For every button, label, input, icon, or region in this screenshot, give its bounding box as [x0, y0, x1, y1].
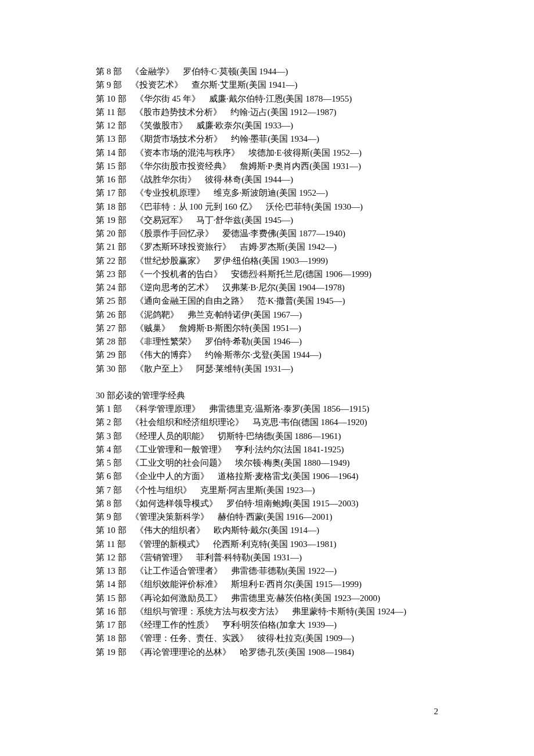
book-entry: 第 23 部 《一个投机者的告白》 安德烈·科斯托兰尼(德国 1906—1999…	[96, 268, 444, 281]
book-entry: 第 11 部 《管理的新模式》 伦西斯·利克特(美国 1903—1981)	[96, 538, 444, 551]
book-entry: 第 20 部 《股票作手回忆录》 爱德温·李费佛(美国 1877—1940)	[96, 227, 444, 240]
book-entry: 第 12 部 《营销管理》 菲利普·科特勒(美国 1931—)	[96, 551, 444, 564]
book-entry: 第 27 部 《贼巢》 詹姆斯·B·斯图尔特(美国 1951—)	[96, 322, 444, 335]
section-title: 30 部必读的管理学经典	[96, 389, 444, 402]
book-entry: 第 19 部 《再论管理理论的丛林》 哈罗德·孔茨(美国 1908—1984)	[96, 646, 444, 659]
book-entry: 第 10 部 《华尔街 45 年》 威廉·戴尔伯特·江恩(美国 1878—195…	[96, 92, 444, 106]
book-entry: 第 17 部 《经理工作的性质》 亨利·明茨伯格(加拿大 1939—)	[96, 618, 444, 632]
book-entry: 第 9 部 《投资艺术》 查尔斯·艾里斯(美国 1941—)	[96, 78, 444, 92]
book-entry: 第 25 部 《通向金融王国的自由之路》 范·K·撒普(美国 1945—)	[96, 294, 444, 308]
book-entry: 第 16 部 《组织与管理：系统方法与权变方法》 弗里蒙特·卡斯特(美国 192…	[96, 605, 444, 618]
book-entry: 第 17 部 《专业投机原理》 维克多·斯波朗迪(美国 1952—)	[96, 186, 444, 200]
book-entry: 第 14 部 《资本市场的混沌与秩序》 埃德加·E·彼得斯(美国 1952—)	[96, 146, 444, 160]
book-entry: 第 5 部 《工业文明的社会问题》 埃尔顿·梅奥(美国 1880—1949)	[96, 456, 444, 470]
book-entry: 第 18 部 《巴菲特：从 100 元到 160 亿》 沃伦·巴菲特(美国 19…	[96, 200, 444, 214]
book-entry: 第 3 部 《经理人员的职能》 切斯特·巴纳德(美国 1886—1961)	[96, 430, 444, 443]
book-entry: 第 12 部 《笑傲股市》 威廉·欧奈尔(美国 1933—)	[96, 119, 444, 132]
book-entry: 第 13 部 《让工作适合管理者》 弗雷德·菲德勒(美国 1922—)	[96, 564, 444, 578]
page-number: 2	[434, 705, 439, 718]
book-entry: 第 6 部 《企业中人的方面》 道格拉斯·麦格雷戈(美国 1906—1964)	[96, 470, 444, 483]
document-page: 第 8 部 《金融学》 罗伯特·C·莫顿(美国 1944—)第 9 部 《投资艺…	[0, 0, 534, 756]
book-entry: 第 16 部 《战胜华尔街》 彼得·林奇(美国 1944—)	[96, 173, 444, 186]
book-entry: 第 22 部 《世纪炒股赢家》 罗伊·纽伯格(美国 1903—1999)	[96, 254, 444, 268]
book-entry: 第 2 部 《社会组织和经济组织理论》 马克思·韦伯(德国 1864—1920)	[96, 416, 444, 429]
book-entry: 第 8 部 《如何选样领导模式》 罗伯特·坦南鲍姆(美国 1915—2003)	[96, 497, 444, 510]
book-entry: 第 8 部 《金融学》 罗伯特·C·莫顿(美国 1944—)	[96, 65, 444, 78]
book-entry: 第 15 部 《再论如何激励员工》 弗雷德里克·赫茨伯格(美国 1923—200…	[96, 592, 444, 605]
book-entry: 第 14 部 《组织效能评价标准》 斯坦利·E·西肖尔(美国 1915—1999…	[96, 578, 444, 591]
book-list-content: 第 8 部 《金融学》 罗伯特·C·莫顿(美国 1944—)第 9 部 《投资艺…	[96, 65, 444, 659]
book-entry: 第 10 部 《伟大的组织者》 欧内斯特·戴尔(美国 1914—)	[96, 524, 444, 537]
book-entry: 第 28 部 《非理性繁荣》 罗伯特·希勒(美国 1946—)	[96, 335, 444, 348]
book-entry: 第 24 部 《逆向思考的艺术》 汉弗莱·B·尼尔(美国 1904—1978)	[96, 281, 444, 294]
book-entry: 第 4 部 《工业管理和一般管理》 亨利·法约尔(法国 1841-1925)	[96, 443, 444, 456]
book-entry: 第 15 部 《华尔街股市投资经典》 詹姆斯·P·奥肖内西(美国 1931—)	[96, 160, 444, 173]
book-entry: 第 26 部 《泥鸽靶》 弗兰克·帕特诺伊(美国 1967—)	[96, 308, 444, 322]
book-entry: 第 30 部 《散户至上》 阿瑟·莱维特(美国 1931—)	[96, 362, 444, 376]
book-entry: 第 21 部 《罗杰斯环球投资旅行》 吉姆·罗杰斯(美国 1942—)	[96, 240, 444, 254]
book-entry: 第 11 部 《股市趋势技术分析》 约翰·迈占(美国 1912—1987)	[96, 106, 444, 119]
book-entry: 第 29 部 《伟大的博弈》 约翰·斯蒂尔·戈登(美国 1944—)	[96, 348, 444, 362]
book-entry: 第 7 部 《个性与组织》 克里斯·阿吉里斯(美国 1923—)	[96, 484, 444, 497]
book-entry: 第 1 部 《科学管理原理》 弗雷德里克·温斯洛·泰罗(美国 1856—1915…	[96, 402, 444, 416]
book-entry: 第 19 部 《交易冠军》 马丁·舒华兹(美国 1945—)	[96, 214, 444, 227]
book-entry: 第 18 部 《管理：任务、责任、实践》 彼得·杜拉克(美国 1909—)	[96, 632, 444, 645]
book-entry: 第 13 部 《期货市场技术分析》 约翰·墨菲(美国 1934—)	[96, 132, 444, 146]
book-entry: 第 9 部 《管理决策新科学》 赫伯特·西蒙(美国 1916—2001)	[96, 510, 444, 524]
